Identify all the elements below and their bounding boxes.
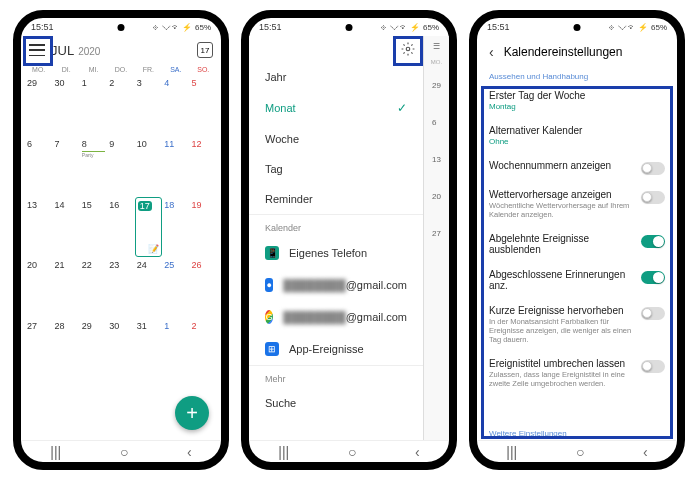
settings-list[interactable]: Erster Tag der WocheMontagAlternativer K…	[477, 83, 677, 425]
back-arrow-icon[interactable]: ‹	[489, 44, 494, 60]
day-cell[interactable]: 17📝	[135, 197, 162, 258]
setting-row[interactable]: Alternativer KalenderOhne	[477, 118, 677, 153]
setting-row[interactable]: Wettervorhersage anzeigenWöchentliche We…	[477, 182, 677, 226]
toggle-switch[interactable]	[641, 360, 665, 373]
day-cell[interactable]: 13	[25, 197, 52, 258]
status-time: 15:51	[259, 22, 282, 32]
nav-home[interactable]: ○	[576, 444, 584, 460]
day-cell[interactable]: 21	[52, 257, 79, 318]
day-cell[interactable]: 14	[52, 197, 79, 258]
nav-recent[interactable]: |||	[50, 444, 61, 460]
toggle-switch[interactable]	[641, 307, 665, 320]
drawer-header	[249, 36, 423, 62]
day-cell[interactable]: 9	[107, 136, 134, 197]
drawer-view-woche[interactable]: Woche	[249, 124, 423, 154]
day-cell[interactable]: 29	[25, 75, 52, 136]
day-cell[interactable]: 8Party	[80, 136, 107, 197]
day-cell[interactable]: 31	[135, 318, 162, 379]
drawer-view-tag[interactable]: Tag	[249, 154, 423, 184]
day-cell[interactable]: 16	[107, 197, 134, 258]
toggle-switch[interactable]	[641, 271, 665, 284]
day-cell[interactable]: 1	[162, 318, 189, 379]
day-cell[interactable]: 20	[25, 257, 52, 318]
toggle-switch[interactable]	[641, 191, 665, 204]
calendar-peek[interactable]: ☰ MO. 296132027	[423, 36, 449, 440]
day-cell[interactable]: 19	[190, 197, 217, 258]
day-cell[interactable]: 23	[107, 257, 134, 318]
weekday-label: MI.	[80, 66, 107, 73]
day-cell[interactable]: 5	[190, 75, 217, 136]
drawer-view-monat[interactable]: Monat✓	[249, 92, 423, 124]
calendar-grid[interactable]: 293012345678Party91011121314151617📝18192…	[21, 75, 221, 440]
today-icon[interactable]: 17	[197, 42, 213, 58]
phone-calendar-month: 15:51 ⟐ ⌵ ᯤ ⚡ 65% JUL 2020 17 MO.DI.MI.D…	[13, 10, 229, 470]
day-cell[interactable]: 22	[80, 257, 107, 318]
day-cell[interactable]: 6	[25, 136, 52, 197]
day-cell[interactable]: 11	[162, 136, 189, 197]
day-cell[interactable]: 1	[80, 75, 107, 136]
day-cell[interactable]: 26	[190, 257, 217, 318]
day-cell[interactable]: 10	[135, 136, 162, 197]
day-cell[interactable]: 25	[162, 257, 189, 318]
day-cell[interactable]: 15	[80, 197, 107, 258]
toggle-switch[interactable]	[641, 235, 665, 248]
drawer-calendar-item[interactable]: G████████@gmail.com	[249, 301, 423, 333]
peek-hamburger-icon: ☰	[433, 36, 440, 57]
weekday-label: MO.	[25, 66, 52, 73]
drawer-item-search[interactable]: Suche	[249, 388, 423, 418]
day-cell[interactable]: 18	[162, 197, 189, 258]
status-battery: 65%	[651, 23, 667, 32]
nav-home[interactable]: ○	[348, 444, 356, 460]
day-cell[interactable]: 30	[52, 75, 79, 136]
peek-weekday: MO.	[431, 57, 442, 67]
setting-row[interactable]: Ereignistitel umbrechen lassenZulassen, …	[477, 351, 677, 395]
setting-title: Wettervorhersage anzeigen	[489, 189, 641, 200]
drawer-view-jahr[interactable]: Jahr	[249, 62, 423, 92]
nav-back[interactable]: ‹	[643, 444, 648, 460]
calendar-icon: 📱	[265, 246, 279, 260]
gear-icon[interactable]	[401, 42, 415, 56]
camera-cutout	[118, 24, 125, 31]
setting-row[interactable]: Erster Tag der WocheMontag	[477, 83, 677, 118]
drawer-section-more: Mehr	[249, 365, 423, 388]
setting-title: Ereignistitel umbrechen lassen	[489, 358, 641, 369]
nav-recent[interactable]: |||	[278, 444, 289, 460]
day-cell[interactable]: 7	[52, 136, 79, 197]
setting-row[interactable]: Wochennummern anzeigen	[477, 153, 677, 182]
setting-row[interactable]: Kurze Ereignisse hervorhebenIn der Monat…	[477, 298, 677, 351]
setting-row[interactable]: Abgelehnte Ereignisse ausblenden	[477, 226, 677, 262]
day-cell[interactable]: 2	[190, 318, 217, 379]
day-cell[interactable]: 30	[107, 318, 134, 379]
calendar-header: JUL 2020 17	[21, 36, 221, 64]
hamburger-icon[interactable]	[29, 44, 45, 56]
calendar-icon: G	[265, 310, 273, 324]
drawer-calendar-item[interactable]: ⊞App-Ereignisse	[249, 333, 423, 365]
day-cell[interactable]: 2	[107, 75, 134, 136]
peek-days: 296132027	[432, 67, 441, 440]
fab-add[interactable]: +	[175, 396, 209, 430]
status-icons: ⟐ ⌵ ᯤ ⚡	[379, 23, 420, 32]
day-cell[interactable]: 3	[135, 75, 162, 136]
nav-recent[interactable]: |||	[506, 444, 517, 460]
peek-day: 13	[432, 141, 441, 178]
day-cell[interactable]: 12	[190, 136, 217, 197]
day-cell[interactable]: 4	[162, 75, 189, 136]
day-cell[interactable]: 29	[80, 318, 107, 379]
year-label: 2020	[78, 46, 100, 57]
toggle-switch[interactable]	[641, 162, 665, 175]
drawer-calendar-item[interactable]: ●████████@gmail.com	[249, 269, 423, 301]
calendar-title[interactable]: JUL 2020	[51, 43, 191, 58]
drawer-calendar-item[interactable]: 📱Eigenes Telefon	[249, 237, 423, 269]
drawer-view-reminder[interactable]: Reminder	[249, 184, 423, 214]
weekday-label: DI.	[52, 66, 79, 73]
day-cell[interactable]: 28	[52, 318, 79, 379]
nav-back[interactable]: ‹	[415, 444, 420, 460]
day-cell[interactable]: 27	[25, 318, 52, 379]
status-battery: 65%	[195, 23, 211, 32]
settings-footer: Weitere Einstellungen	[477, 425, 677, 440]
day-cell[interactable]: 24	[135, 257, 162, 318]
nav-home[interactable]: ○	[120, 444, 128, 460]
nav-back[interactable]: ‹	[187, 444, 192, 460]
setting-row[interactable]: Abgeschlossene Erinnerungen anz.	[477, 262, 677, 298]
camera-cutout	[574, 24, 581, 31]
